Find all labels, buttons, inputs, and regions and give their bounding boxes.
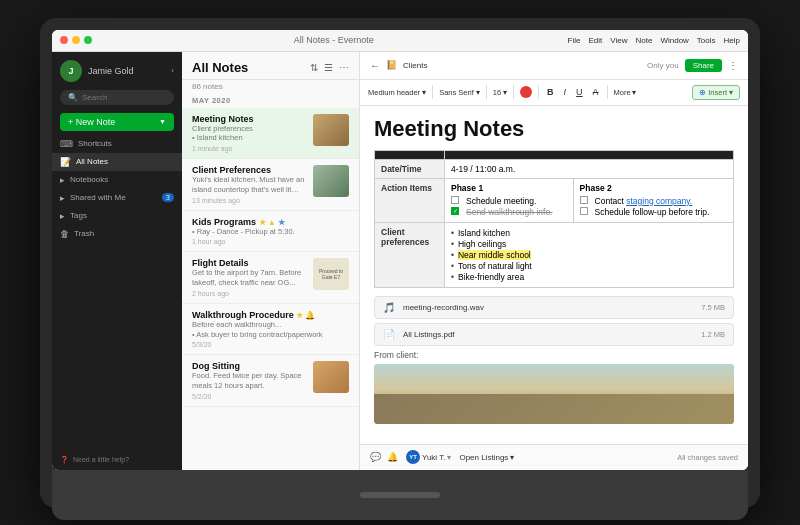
editor-footer: 💬 🔔 YT Yuki T. ▾ Open Listings ▾ All cha… [360, 444, 748, 470]
trash-icon: 🗑 [60, 229, 69, 239]
note-item-dog-sitting[interactable]: Dog Sitting Food. Feed twice per day. Sp… [182, 355, 359, 407]
filter-icon[interactable]: ⇅ [310, 62, 318, 73]
save-status: All changes saved [677, 453, 738, 462]
search-input[interactable] [82, 93, 152, 102]
tags-icon: ▸ [60, 211, 65, 221]
underline-button[interactable]: U [574, 86, 585, 98]
menu-bar: File Edit View Note Window Tools Help [568, 36, 740, 45]
font-dropdown[interactable]: Sans Serif ▾ [439, 88, 480, 97]
laptop-base [52, 470, 748, 520]
date-separator: MAY 2020 [182, 93, 359, 108]
shared-badge: 3 [162, 193, 174, 202]
note-item-text: Kids Programs ★ ▲ ★ • Ray - Dance - Pick… [192, 217, 349, 246]
staging-link[interactable]: staging company. [626, 196, 692, 206]
action-item-3: Contact staging company. [580, 196, 727, 206]
text-color-button[interactable] [520, 86, 532, 98]
action-items-header: Action Items [375, 178, 445, 222]
more-options-icon[interactable]: ⋮ [728, 60, 738, 71]
size-dropdown[interactable]: 16 ▾ [493, 88, 507, 97]
back-nav-icon[interactable]: ← [370, 60, 380, 71]
insert-button[interactable]: ⊕ Insert ▾ [692, 85, 740, 100]
share-button[interactable]: Share [685, 59, 722, 72]
audio-icon: 🎵 [383, 302, 395, 313]
back-icon[interactable]: ‹ [171, 66, 174, 75]
more-list-icon[interactable]: ⋯ [339, 62, 349, 73]
document-title: Meeting Notes [374, 116, 734, 142]
highlighted-item: Near middle school [458, 250, 531, 260]
note-item-text: Flight Details Get to the airport by 7am… [192, 258, 307, 297]
note-count: 86 notes [182, 80, 359, 93]
open-listings-button[interactable]: Open Listings ▾ [459, 453, 514, 462]
visibility-label: Only you [647, 61, 679, 70]
notebooks-icon: ▸ [60, 175, 65, 185]
laptop-frame: All Notes - Evernote File Edit View Note… [40, 18, 760, 508]
checkbox-4[interactable] [580, 207, 588, 215]
sidebar-nav: ⌨ Shortcuts 📝 All Notes ▸ Notebooks ▸ Sh… [52, 135, 182, 450]
new-note-button[interactable]: + New Note ▼ [60, 113, 174, 131]
more-toolbar-button[interactable]: More ▾ [614, 88, 636, 97]
notebook-name: Clients [403, 61, 427, 70]
editor-topbar-right: Only you Share ⋮ [647, 59, 738, 72]
note-item-text: Walkthrough Procedure ★ 🔔 Before each wa… [192, 310, 349, 349]
editor-topbar: ← 📔 Clients Only you Share ⋮ [360, 52, 748, 80]
all-notes-icon: 📝 [60, 157, 71, 167]
note-list: All Notes ⇅ ☰ ⋯ 86 notes MAY 2020 Meetin… [182, 52, 360, 470]
note-item-kids-programs[interactable]: Kids Programs ★ ▲ ★ • Ray - Dance - Pick… [182, 211, 359, 253]
menu-view[interactable]: View [610, 36, 627, 45]
menu-window[interactable]: Window [660, 36, 688, 45]
sort-icon[interactable]: ☰ [324, 62, 333, 73]
from-client-label: From client: [374, 350, 734, 360]
maximize-button[interactable] [84, 36, 92, 44]
checkbox-2[interactable]: ✓ [451, 207, 459, 215]
checkbox-1[interactable] [451, 196, 459, 204]
note-thumbnail: Proceed to Gate E7 [313, 258, 349, 290]
editor-content[interactable]: Meeting Notes Date/Time 4-19 / 11:00 a [360, 106, 748, 444]
attachment-wav[interactable]: 🎵 meeting-recording.wav 7.5 MB [374, 296, 734, 319]
avatar: J [60, 60, 82, 82]
footer-user: YT Yuki T. ▾ [406, 450, 451, 464]
sidebar: J Jamie Gold ‹ 🔍 + New Note ▼ ⌨ Shortcut… [52, 52, 182, 470]
italic-button[interactable]: I [562, 86, 569, 98]
note-item-text: Meeting Notes Client preferences• Island… [192, 114, 307, 153]
sidebar-item-notebooks[interactable]: ▸ Notebooks [52, 171, 182, 189]
note-item-text: Client Preferences Yuki's ideal kitchen.… [192, 165, 307, 204]
note-item-flight-details[interactable]: Flight Details Get to the airport by 7am… [182, 252, 359, 304]
client-prefs-header: Client preferences [375, 222, 445, 287]
note-item-text: Dog Sitting Food. Feed twice per day. Sp… [192, 361, 307, 400]
note-item-client-preferences[interactable]: Client Preferences Yuki's ideal kitchen.… [182, 159, 359, 211]
bold-button[interactable]: B [545, 86, 556, 98]
note-item-walkthrough[interactable]: Walkthrough Procedure ★ 🔔 Before each wa… [182, 304, 359, 356]
sidebar-item-shortcuts[interactable]: ⌨ Shortcuts [52, 135, 182, 153]
strikethrough-button[interactable]: A [591, 86, 601, 98]
app-title: All Notes - Evernote [100, 35, 568, 45]
bell-icon[interactable]: 🔔 [387, 452, 398, 462]
editor-toolbar: Medium header ▾ Sans Serif ▾ 16 ▾ B I [360, 80, 748, 106]
sidebar-item-tags[interactable]: ▸ Tags [52, 207, 182, 225]
window-controls [60, 36, 92, 44]
note-item-meeting-notes[interactable]: Meeting Notes Client preferences• Island… [182, 108, 359, 160]
close-button[interactable] [60, 36, 68, 44]
datetime-header: Date/Time [375, 159, 445, 178]
attachment-pdf[interactable]: 📄 All Listings.pdf 1.2 MB [374, 323, 734, 346]
note-thumbnail [313, 114, 349, 146]
title-bar: All Notes - Evernote File Edit View Note… [52, 30, 748, 52]
menu-note[interactable]: Note [636, 36, 653, 45]
sidebar-item-shared[interactable]: ▸ Shared with Me 3 [52, 189, 182, 207]
pdf-icon: 📄 [383, 329, 395, 340]
menu-tools[interactable]: Tools [697, 36, 716, 45]
menu-file[interactable]: File [568, 36, 581, 45]
minimize-button[interactable] [72, 36, 80, 44]
menu-edit[interactable]: Edit [589, 36, 603, 45]
sidebar-item-all-notes[interactable]: 📝 All Notes [52, 153, 182, 171]
search-bar[interactable]: 🔍 [60, 90, 174, 105]
sidebar-item-trash[interactable]: 🗑 Trash [52, 225, 182, 243]
style-dropdown[interactable]: Medium header ▾ [368, 88, 426, 97]
app-body: J Jamie Gold ‹ 🔍 + New Note ▼ ⌨ Shortcut… [52, 52, 748, 470]
table-row-client-prefs: Client preferences •Island kitchen •High… [375, 222, 734, 287]
note-list-actions: ⇅ ☰ ⋯ [310, 62, 349, 73]
checkbox-3[interactable] [580, 196, 588, 204]
sidebar-footer: ❓ Need a little help? [52, 450, 182, 470]
chat-icon[interactable]: 💬 [370, 452, 381, 462]
menu-help[interactable]: Help [724, 36, 740, 45]
note-list-title: All Notes [192, 60, 248, 75]
